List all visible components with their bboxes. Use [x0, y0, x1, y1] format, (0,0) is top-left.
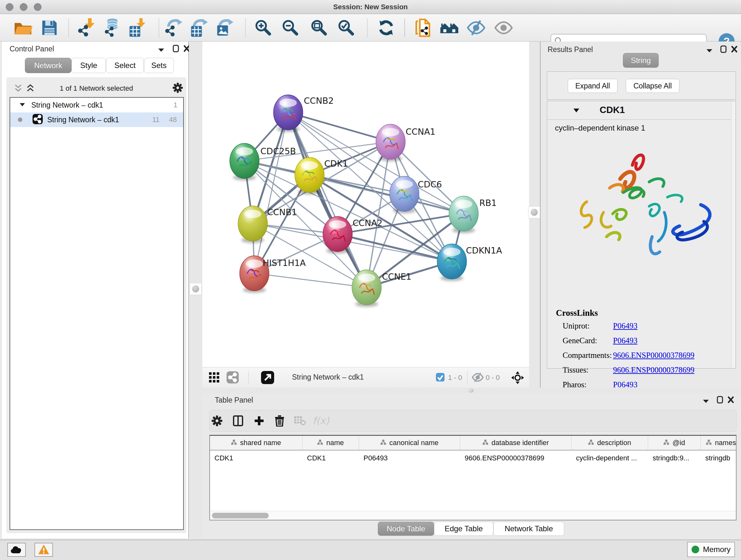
open-session-button[interactable]: [12, 18, 34, 38]
column-header-shared-name[interactable]: shared name: [210, 436, 302, 450]
left-splitter-handle[interactable]: [190, 283, 202, 295]
tab-string[interactable]: String: [623, 53, 659, 68]
import-network-from-file-button[interactable]: [76, 18, 98, 38]
new-network-from-selection-button[interactable]: [412, 18, 434, 38]
crosslink-link[interactable]: 9606.ENSP00000378699: [613, 366, 694, 374]
column-header-name[interactable]: name: [302, 436, 359, 450]
gear-icon[interactable]: [172, 82, 183, 92]
apply-preferred-layout-button[interactable]: [375, 18, 397, 38]
panel-menu-icon[interactable]: [706, 46, 713, 56]
memory-button[interactable]: Memory: [687, 542, 735, 557]
left-splitter[interactable]: [189, 42, 202, 538]
horizontal-splitter[interactable]: [202, 388, 741, 393]
node-section-header[interactable]: CDK1: [547, 101, 736, 120]
float-panel-icon[interactable]: [717, 395, 724, 405]
network-node-CDKN1A[interactable]: [437, 244, 467, 281]
crosshair-icon[interactable]: [511, 371, 525, 380]
right-splitter[interactable]: [529, 42, 540, 388]
network-node-RB1[interactable]: [449, 196, 478, 233]
scrollbar-thumb[interactable]: [212, 513, 269, 518]
network-node-CDC25B[interactable]: [230, 143, 259, 180]
table-cell[interactable]: 9606.ENSP00000378699: [460, 451, 571, 465]
table-cell[interactable]: stringdb: [701, 451, 737, 465]
zoom-out-button[interactable]: [280, 18, 301, 38]
hide-selected-button[interactable]: [465, 18, 487, 38]
column-label: @id: [672, 439, 685, 447]
table-cell[interactable]: stringdb:9...: [648, 451, 701, 465]
eye-slash-icon[interactable]: [472, 372, 484, 384]
add-column-button[interactable]: [252, 415, 266, 428]
column-header-database-identifier[interactable]: database identifier: [460, 436, 571, 450]
table-horizontal-scrollbar[interactable]: [210, 511, 736, 520]
tab-network[interactable]: Network: [25, 58, 71, 73]
tab-network-table[interactable]: Network Table: [493, 522, 564, 536]
table-cell[interactable]: cyclin-dependent ...: [571, 451, 648, 465]
network-node-CCNA2[interactable]: [323, 216, 352, 253]
horizontal-splitter-handle[interactable]: [468, 388, 474, 393]
crosslink-link[interactable]: 9606.ENSP00000378699: [613, 351, 694, 360]
collapse-all-button[interactable]: Collapse All: [626, 79, 679, 93]
cloud-button[interactable]: [7, 543, 26, 557]
export-image-button[interactable]: [214, 18, 236, 38]
float-panel-icon[interactable]: [172, 44, 179, 54]
save-session-button[interactable]: [39, 18, 60, 38]
close-panel-icon[interactable]: [731, 45, 738, 54]
checkbox-checked-icon[interactable]: [436, 373, 445, 383]
table-panel: Table Panel f(x) shared namenamecanonica…: [207, 393, 739, 538]
warning-button[interactable]: [35, 543, 53, 557]
import-table-from-file-button[interactable]: [127, 18, 149, 38]
external-link-icon[interactable]: [261, 371, 274, 381]
crosslink-link[interactable]: P06493: [613, 336, 637, 345]
panel-menu-icon[interactable]: [702, 396, 710, 406]
expand-all-button[interactable]: Expand All: [568, 79, 617, 93]
table-settings-button[interactable]: [210, 415, 224, 428]
import-network-from-database-button[interactable]: [102, 18, 123, 38]
results-scrollbar[interactable]: [731, 102, 735, 368]
zoom-fit-button[interactable]: [308, 18, 330, 38]
tab-style[interactable]: Style: [71, 58, 106, 73]
column-header-canonical-name[interactable]: canonical name: [359, 436, 460, 450]
network-node-CCNA1[interactable]: [376, 124, 405, 161]
network-node-CCNB1[interactable]: [238, 206, 267, 243]
node-label-RB1: RB1: [479, 198, 496, 208]
toolbar-separator: [367, 18, 367, 37]
crosslink-link[interactable]: P06493: [613, 321, 637, 330]
network-row[interactable]: String Network – cdk1 11 48: [10, 112, 183, 127]
export-network-button[interactable]: [163, 18, 185, 38]
home-networks-button[interactable]: [439, 18, 460, 38]
tab-sets[interactable]: Sets: [144, 58, 174, 73]
zoom-selected-button[interactable]: [335, 18, 357, 38]
tree-collapse-icon[interactable]: [19, 102, 25, 108]
node-label-CDC25B: CDC25B: [260, 146, 296, 156]
export-table-button[interactable]: [189, 18, 210, 38]
close-panel-icon[interactable]: [727, 395, 734, 405]
float-panel-icon[interactable]: [720, 45, 727, 54]
zoom-in-button[interactable]: [253, 18, 274, 38]
network-node-CCNE1[interactable]: [352, 270, 381, 307]
delete-column-button[interactable]: [273, 415, 286, 428]
import-table-icon: [128, 18, 147, 37]
network-node-CCNB2[interactable]: [273, 95, 303, 132]
crosslink-row: Compartments: 9606.ENSP00000378699: [547, 351, 736, 366]
tab-node-table[interactable]: Node Table: [378, 522, 434, 536]
column-label: namespace: [715, 439, 737, 447]
table-cell[interactable]: CDK1: [302, 451, 359, 465]
share-icon[interactable]: [226, 371, 239, 381]
network-collection-row[interactable]: String Network – cdk1 1: [10, 98, 183, 112]
table-cell[interactable]: CDK1: [210, 451, 302, 465]
table-row[interactable]: CDK1CDK1P064939606.ENSP00000378699cyclin…: [210, 451, 737, 465]
network-canvas[interactable]: CCNB2CCNA1CDC25BCDK1CDC6RB1CCNB1CCNA2CDK…: [202, 42, 529, 367]
right-splitter-handle[interactable]: [528, 206, 540, 219]
grid-icon[interactable]: [209, 372, 219, 381]
column-header--id[interactable]: @id: [648, 436, 701, 450]
section-collapse-icon[interactable]: [573, 108, 580, 114]
tab-edge-table[interactable]: Edge Table: [434, 522, 493, 536]
import-net-icon: [77, 18, 96, 37]
show-columns-button[interactable]: [231, 415, 245, 428]
show-all-button[interactable]: [493, 18, 515, 38]
tab-select[interactable]: Select: [106, 58, 144, 73]
column-header-namespace[interactable]: namespace: [701, 436, 737, 450]
panel-menu-icon[interactable]: [158, 45, 165, 55]
table-cell[interactable]: P06493: [359, 451, 460, 465]
column-header-description[interactable]: description: [571, 436, 648, 450]
